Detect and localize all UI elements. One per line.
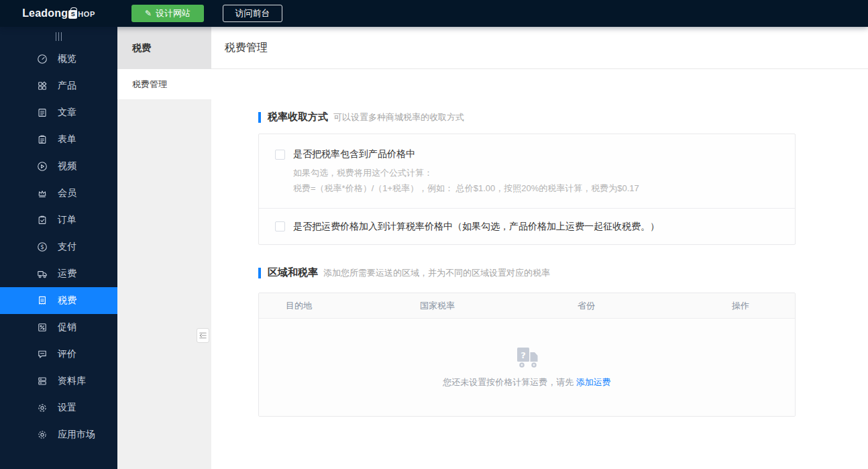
design-website-label: 设计网站	[156, 7, 191, 19]
column-header-country-tax-rate: 国家税率	[420, 300, 578, 312]
page-title: 税费管理	[225, 41, 268, 55]
collapse-submenu-button[interactable]	[197, 328, 209, 343]
include-shipping-in-tax-checkbox[interactable]	[275, 221, 285, 231]
sidebar-item-label: 支付	[58, 241, 76, 253]
formula-notes: 如果勾选，税费将用这个公式计算： 税费=（税率*价格）/（1+税率），例如： 总…	[293, 165, 779, 196]
table-empty-state: ? 您还未设置按价格计算运费，请先 添加运费	[259, 319, 795, 416]
sidebar-item-library[interactable]: 资料库	[0, 368, 117, 395]
sidebar-item-label: 订单	[58, 214, 76, 226]
table-header-row: 目的地 国家税率 省份 操作	[259, 293, 795, 319]
video-icon	[37, 161, 48, 172]
section-accent-bar	[258, 112, 261, 123]
sidebar-item-label: 文章	[58, 107, 76, 119]
submenu-item-tax-management[interactable]: 税费管理	[117, 69, 211, 99]
orders-icon	[37, 215, 48, 225]
sidebar-item-forms[interactable]: 表单	[0, 126, 117, 153]
regions-tax-table: 目的地 国家税率 省份 操作 ?	[258, 293, 796, 417]
sidebar-item-label: 促销	[58, 321, 76, 333]
settings-icon	[37, 403, 48, 413]
sidebar-item-label: 应用市场	[58, 429, 95, 441]
shipping-icon	[37, 268, 48, 279]
svg-text:?: ?	[521, 350, 526, 360]
section-accent-bar	[258, 268, 261, 278]
sidebar-item-products[interactable]: 产品	[0, 72, 117, 99]
overview-icon	[37, 54, 48, 64]
promotions-icon	[37, 322, 48, 333]
sidebar-item-label: 资料库	[58, 375, 86, 387]
visit-storefront-button[interactable]: 访问前台	[223, 5, 282, 22]
logo-text-right: HOP	[78, 9, 95, 18]
section-regions-and-tax-rates: 区域和税率 添加您所需要运送的区域，并为不同的区域设置对应的税率	[258, 266, 868, 279]
topbar: Leadong S HOP ✎ 设计网站 访问前台	[0, 0, 868, 27]
sidebar-item-label: 表单	[58, 134, 76, 146]
sidebar-item-members[interactable]: 会员	[0, 180, 117, 207]
sidebar-item-overview[interactable]: 概览	[0, 46, 117, 72]
sidebar-item-orders[interactable]: 订单	[0, 207, 117, 233]
formula-note-line1: 如果勾选，税费将用这个公式计算：	[293, 165, 779, 180]
sidebar-item-label: 评价	[58, 348, 76, 360]
content-area: 税率收取方式 可以设置多种商城税率的收取方式 是否把税率包含到产品价格中 如果勾…	[211, 69, 868, 417]
sidebar-item-label: 视频	[58, 160, 76, 172]
leadongshop-logo: Leadong S HOP	[0, 7, 117, 19]
members-icon	[37, 188, 48, 199]
section-title: 区域和税率	[268, 266, 318, 279]
sidebar-item-label: 运费	[58, 268, 76, 280]
tax-icon	[37, 295, 48, 306]
sidebar-item-settings[interactable]: 设置	[0, 395, 117, 421]
sidebar-item-app-market[interactable]: 应用市场	[0, 421, 117, 448]
svg-text:$: $	[40, 244, 44, 250]
include-tax-in-price-row: 是否把税率包含到产品价格中 如果勾选，税费将用这个公式计算： 税费=（税率*价格…	[259, 134, 795, 208]
section-tax-collection-method: 税率收取方式 可以设置多种商城税率的收取方式	[258, 111, 868, 123]
main-content: 税费管理 税率收取方式 可以设置多种商城税率的收取方式 是否把税率包含到产品价格…	[211, 27, 868, 469]
design-website-button[interactable]: ✎ 设计网站	[131, 5, 204, 22]
section-title: 税率收取方式	[268, 111, 328, 123]
sidebar-item-label: 税费	[58, 295, 76, 307]
reviews-icon	[37, 349, 48, 360]
sidebar-item-reviews[interactable]: 评价	[0, 341, 117, 368]
products-icon	[37, 81, 48, 91]
forms-icon	[37, 134, 48, 145]
visit-storefront-label: 访问前台	[235, 7, 270, 19]
include-tax-in-price-checkbox[interactable]	[275, 150, 285, 160]
sidebar-item-tax[interactable]: 税费	[0, 287, 117, 314]
sidebar-item-promotions[interactable]: 促销	[0, 314, 117, 341]
column-header-actions: 操作	[732, 300, 795, 312]
articles-icon	[37, 107, 48, 118]
sidebar-item-articles[interactable]: 文章	[0, 99, 117, 126]
column-header-destination: 目的地	[259, 300, 420, 312]
main-sidebar: 概览 产品 文章 表单 视频 会员 订单 $ 支付 运费 税费 促销 评	[0, 27, 117, 469]
sidebar-collapse-toggle[interactable]	[0, 27, 117, 46]
tax-submenu-panel: 税费 税费管理	[117, 27, 211, 469]
outdent-icon	[199, 332, 207, 339]
page-header: 税费管理	[211, 27, 868, 69]
app-market-icon	[37, 429, 48, 440]
payments-icon: $	[37, 242, 48, 252]
logo-text-left: Leadong	[22, 7, 68, 19]
sidebar-item-label: 概览	[58, 53, 76, 65]
empty-state-text: 您还未设置按价格计算运费，请先	[443, 377, 574, 387]
sidebar-item-video[interactable]: 视频	[0, 153, 117, 180]
sidebar-item-payments[interactable]: $ 支付	[0, 233, 117, 260]
section-subtitle: 可以设置多种商城税率的收取方式	[333, 111, 464, 123]
shopping-bag-icon: S	[68, 10, 77, 19]
library-icon	[37, 376, 48, 386]
checkbox-label: 是否把税率包含到产品价格中	[293, 148, 415, 160]
sidebar-item-shipping[interactable]: 运费	[0, 260, 117, 287]
checkbox-label: 是否把运费价格加入到计算税率价格中（如果勾选，产品价格加上运费一起征收税费。）	[293, 221, 659, 233]
add-shipping-link[interactable]: 添加运费	[576, 377, 611, 387]
tax-options-panel: 是否把税率包含到产品价格中 如果勾选，税费将用这个公式计算： 税费=（税率*价格…	[258, 134, 796, 245]
column-header-province: 省份	[578, 300, 732, 312]
sidebar-item-label: 会员	[58, 187, 76, 199]
sidebar-item-label: 设置	[58, 402, 76, 414]
sidebar-item-label: 产品	[58, 80, 76, 92]
empty-truck-icon: ?	[513, 347, 541, 368]
formula-note-line2: 税费=（税率*价格）/（1+税率），例如： 总价$1.00，按照20%的税率计算…	[293, 180, 779, 196]
section-subtitle: 添加您所需要运送的区域，并为不同的区域设置对应的税率	[323, 267, 550, 279]
include-shipping-in-tax-row: 是否把运费价格加入到计算税率价格中（如果勾选，产品价格加上运费一起征收税费。）	[259, 208, 795, 244]
pencil-icon: ✎	[145, 9, 152, 17]
submenu-title: 税费	[117, 27, 211, 69]
